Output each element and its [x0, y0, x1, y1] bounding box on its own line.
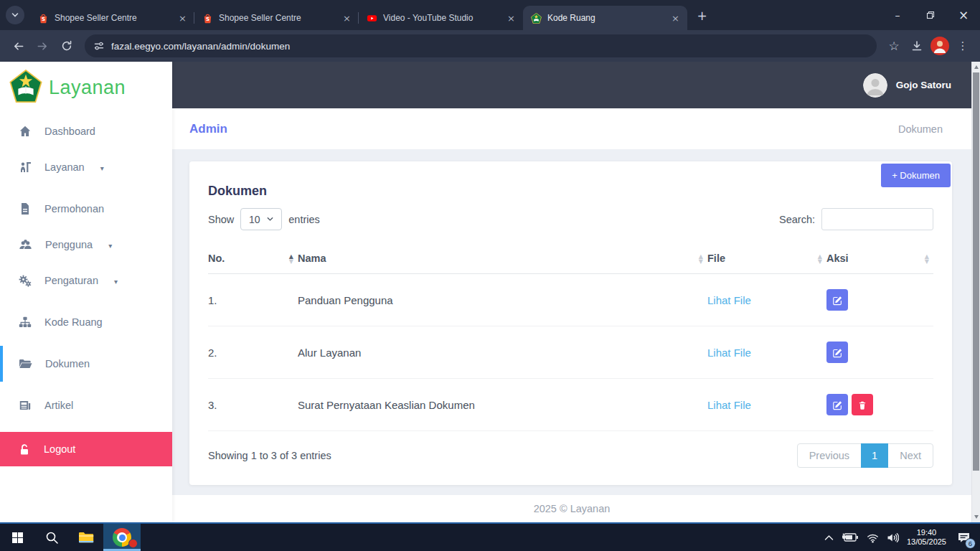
folder-open-icon	[18, 357, 33, 371]
entries-info: Showing 1 to 3 of 3 entries	[208, 450, 331, 461]
url-text[interactable]: fazal.eegyo.com/layanan/admin/dokumen	[111, 41, 290, 52]
taskbar-clock[interactable]: 19:40 13/05/2025	[907, 528, 946, 547]
bookmark-star-icon[interactable]: ☆	[882, 34, 905, 57]
start-button[interactable]	[0, 524, 34, 551]
screen: S Shopee Seller Centre × S Shopee Seller…	[0, 0, 980, 551]
column-header-no[interactable]: No. ▲▼	[208, 243, 298, 274]
breadcrumb-page: Dokumen	[898, 123, 943, 135]
page-footer: 2025 © Layanan	[172, 495, 971, 522]
sidebar-item-label: Pengguna	[45, 239, 93, 250]
tab-search-button[interactable]	[6, 6, 24, 24]
sidebar-item-logout[interactable]: Logout	[0, 432, 172, 466]
tab-shopee-1[interactable]: S Shopee Seller Centre ×	[30, 6, 194, 30]
page-length-value: 10	[249, 214, 260, 225]
cell-nama: Panduan Pengguna	[298, 274, 707, 326]
speaker-icon	[887, 532, 899, 543]
sort-icon[interactable]: ▲▼	[818, 255, 822, 264]
sidebar-item-dokumen[interactable]: Dokumen	[0, 346, 172, 382]
cell-no: 3.	[208, 379, 298, 431]
reload-button[interactable]	[55, 34, 79, 58]
sidebar: Layanan Dashboard Layanan ▾ Permohonan	[0, 62, 172, 522]
home-icon	[18, 124, 32, 138]
brand[interactable]: Layanan	[0, 62, 172, 113]
wifi-icon	[867, 532, 879, 543]
tab-shopee-2[interactable]: S Shopee Seller Centre ×	[194, 6, 359, 30]
tab-kode-ruang[interactable]: Kode Ruang ×	[523, 6, 687, 30]
site-settings-icon[interactable]	[93, 40, 105, 52]
file-icon	[18, 202, 32, 216]
lihat-file-link[interactable]: Lihat File	[707, 294, 751, 306]
scroll-up-arrow[interactable]	[974, 65, 979, 69]
search-input[interactable]	[821, 208, 933, 230]
chrome-taskbar-button[interactable]	[103, 524, 141, 551]
user-name[interactable]: Gojo Satoru	[896, 80, 951, 90]
sidebar-item-pengguna[interactable]: Pengguna ▾	[0, 227, 172, 263]
tab-youtube-studio[interactable]: Video - YouTube Studio ×	[359, 6, 523, 30]
delete-button[interactable]	[852, 394, 873, 415]
youtube-icon	[366, 12, 377, 24]
lihat-file-link[interactable]: Lihat File	[707, 399, 751, 411]
pagination-previous[interactable]: Previous	[797, 443, 862, 468]
vertical-scrollbar[interactable]	[971, 62, 980, 522]
column-header-file[interactable]: File ▲▼	[707, 243, 826, 274]
window-close-button[interactable]: ×	[947, 0, 980, 30]
scrollbar-thumb[interactable]	[973, 72, 979, 471]
edit-icon	[832, 400, 843, 410]
downloads-button[interactable]	[905, 34, 928, 57]
sort-icon[interactable]: ▲▼	[699, 255, 703, 264]
forward-button[interactable]	[30, 34, 55, 58]
add-dokumen-button[interactable]: + Dokumen	[881, 164, 951, 187]
svg-text:S: S	[205, 16, 209, 22]
wifi-status[interactable]	[867, 532, 879, 543]
lihat-file-link[interactable]: Lihat File	[707, 347, 751, 359]
edit-button[interactable]	[826, 394, 848, 415]
sort-icon[interactable]: ▲▼	[289, 255, 293, 264]
sidebar-item-artikel[interactable]: Artikel	[0, 387, 172, 423]
windows-taskbar: 19:40 13/05/2025 6	[0, 522, 980, 551]
battery-status[interactable]	[842, 532, 859, 542]
tab-close-icon[interactable]: ×	[341, 12, 353, 24]
tab-close-icon[interactable]: ×	[505, 12, 517, 24]
sidebar-item-pengaturan[interactable]: Pengaturan ▾	[0, 263, 172, 298]
sidebar-item-label: Logout	[44, 443, 75, 455]
browser-menu-icon[interactable]: ⋮	[951, 34, 974, 57]
window-minimize-button[interactable]: –	[881, 0, 914, 30]
sort-icon[interactable]: ▲▼	[925, 255, 929, 264]
sidebar-item-label: Layanan	[44, 161, 85, 173]
sidebar-item-permohonan[interactable]: Permohonan	[0, 191, 172, 227]
action-center-button[interactable]: 6	[954, 528, 973, 547]
kemenag-logo-icon	[9, 70, 42, 105]
breadcrumb-section[interactable]: Admin	[189, 122, 227, 136]
address-bar[interactable]: fazal.eegyo.com/layanan/admin/dokumen	[85, 34, 877, 57]
file-explorer-button[interactable]	[69, 524, 103, 551]
sidebar-item-dashboard[interactable]: Dashboard	[0, 113, 172, 149]
edit-button[interactable]	[826, 289, 848, 311]
sidebar-item-layanan[interactable]: Layanan ▾	[0, 149, 172, 185]
user-avatar[interactable]	[863, 73, 887, 98]
column-header-nama[interactable]: Nama ▲▼	[298, 243, 707, 274]
browser-profile-avatar[interactable]	[928, 34, 951, 57]
cell-nama: Alur Layanan	[298, 326, 707, 379]
pagination-next[interactable]: Next	[887, 443, 933, 468]
tray-expand-button[interactable]	[824, 534, 834, 541]
page-length-select[interactable]: 10	[240, 208, 282, 230]
column-header-aksi[interactable]: Aksi ▲▼	[826, 243, 933, 274]
taskbar-search-button[interactable]	[34, 524, 69, 551]
sidebar-item-kode-ruang[interactable]: Kode Ruang	[0, 304, 172, 340]
browser-tab-strip: S Shopee Seller Centre × S Shopee Seller…	[0, 0, 980, 30]
pagination-page-1[interactable]: 1	[861, 443, 888, 468]
scroll-down-arrow[interactable]	[974, 515, 979, 519]
edit-button[interactable]	[826, 342, 848, 363]
caret-down-icon: ▾	[114, 278, 118, 286]
window-restore-button[interactable]	[914, 0, 947, 30]
new-tab-button[interactable]: +	[692, 6, 712, 25]
back-button[interactable]	[6, 34, 30, 58]
volume-status[interactable]	[887, 532, 899, 543]
window-controls: – ×	[881, 0, 980, 30]
system-tray: 19:40 13/05/2025 6	[824, 524, 980, 551]
clock-time: 19:40	[907, 528, 946, 538]
tab-close-icon[interactable]: ×	[669, 12, 682, 24]
tab-close-icon[interactable]: ×	[176, 12, 189, 24]
battery-charging-icon	[842, 532, 859, 542]
sidebar-item-label: Artikel	[44, 400, 73, 411]
